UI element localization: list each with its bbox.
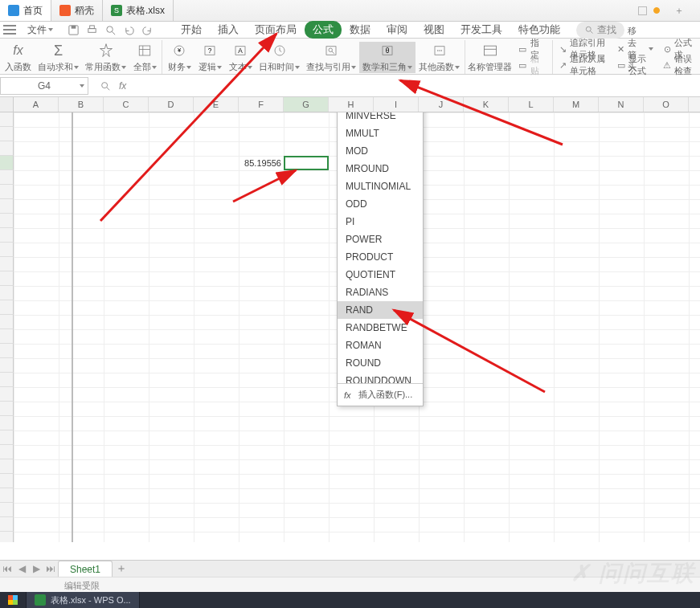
tab-start[interactable]: 开始: [173, 20, 210, 39]
fx-icon[interactable]: fx: [119, 80, 126, 92]
col-header[interactable]: O: [644, 97, 689, 112]
function-item[interactable]: MINVERSE: [338, 112, 423, 124]
trace-dependents-button[interactable]: ↗ 追踪从属单元格: [555, 57, 612, 73]
col-header[interactable]: H: [329, 97, 374, 112]
sheet-nav-first[interactable]: ⏮: [0, 563, 14, 574]
lookup-button[interactable]: 查找与引用: [303, 42, 359, 73]
function-item[interactable]: ROMAN: [338, 337, 423, 354]
restore-icon[interactable]: [638, 6, 647, 15]
col-header[interactable]: A: [14, 97, 59, 112]
row-header[interactable]: [0, 199, 14, 214]
paste-name-button[interactable]: ▭ 粘贴: [513, 57, 551, 73]
other-functions-button[interactable]: 其他函数: [415, 42, 463, 73]
preview-icon[interactable]: [104, 24, 117, 36]
col-header[interactable]: N: [599, 97, 644, 112]
function-item[interactable]: ROUND: [338, 354, 423, 372]
function-item[interactable]: MROUND: [338, 160, 423, 178]
row-header[interactable]: [0, 315, 14, 329]
function-item[interactable]: ROUNDDOWN: [338, 372, 423, 383]
function-item[interactable]: RAND: [338, 301, 423, 319]
row-header[interactable]: [0, 271, 14, 286]
all-functions-button[interactable]: 全部: [129, 42, 160, 73]
cancel-icon[interactable]: [100, 80, 111, 92]
col-header[interactable]: E: [194, 97, 239, 112]
tab-view[interactable]: 视图: [415, 20, 452, 39]
row-header[interactable]: [0, 517, 14, 532]
function-item[interactable]: MOD: [338, 142, 423, 160]
save-icon[interactable]: [68, 24, 80, 36]
tab-insert[interactable]: 插入: [210, 20, 247, 39]
tab-layout[interactable]: 页面布局: [247, 20, 305, 39]
row-header[interactable]: [0, 358, 14, 373]
tab-docer[interactable]: 稻壳: [51, 0, 103, 21]
name-box[interactable]: G4: [0, 77, 88, 95]
row-header[interactable]: [0, 503, 14, 517]
row-header[interactable]: [0, 214, 14, 228]
insert-function-button[interactable]: fx 入函数: [2, 42, 35, 73]
print-icon[interactable]: [86, 24, 98, 36]
sheet-nav-prev[interactable]: ◀: [14, 563, 29, 574]
row-header[interactable]: [0, 344, 14, 358]
col-header[interactable]: G: [284, 97, 329, 112]
tab-workbook[interactable]: S 表格.xlsx: [103, 0, 174, 21]
notification-dot[interactable]: [653, 7, 660, 14]
text-button[interactable]: A 文本: [225, 42, 256, 73]
function-item[interactable]: MMULT: [338, 124, 423, 142]
tab-data[interactable]: 数据: [342, 20, 379, 39]
row-header[interactable]: [0, 228, 14, 243]
start-button[interactable]: [0, 592, 27, 608]
tab-review[interactable]: 审阅: [379, 20, 415, 39]
active-cell[interactable]: [284, 156, 329, 170]
row-header[interactable]: [0, 286, 14, 300]
row-header[interactable]: [0, 257, 14, 271]
row-header[interactable]: [0, 532, 14, 542]
row-header[interactable]: [0, 402, 14, 416]
function-item[interactable]: RADIANS: [338, 284, 423, 301]
col-header[interactable]: I: [374, 97, 419, 112]
function-item[interactable]: PI: [338, 213, 423, 231]
col-header[interactable]: K: [464, 97, 509, 112]
col-header[interactable]: B: [59, 97, 104, 112]
row-header[interactable]: [0, 329, 14, 344]
row-header[interactable]: [0, 416, 14, 430]
undo-icon[interactable]: [123, 24, 135, 36]
logic-button[interactable]: ? 逻辑: [194, 42, 225, 73]
row-header[interactable]: [0, 127, 14, 141]
col-header[interactable]: J: [419, 97, 464, 112]
row-header[interactable]: [0, 112, 14, 127]
tab-home[interactable]: 首页: [0, 0, 51, 21]
error-check-button[interactable]: ⚠ 错误检查: [658, 57, 698, 73]
spreadsheet-grid[interactable]: 85.19556 MAXIFSMDETERMMINIFSMINVERSEMMUL…: [0, 112, 700, 542]
col-header[interactable]: M: [554, 97, 599, 112]
add-sheet-button[interactable]: ＋: [113, 561, 130, 576]
function-list[interactable]: MAXIFSMDETERMMINIFSMINVERSEMMULTMODMROUN…: [338, 112, 423, 383]
col-header[interactable]: L: [509, 97, 554, 112]
row-header[interactable]: [0, 170, 14, 185]
show-formulas-button[interactable]: ▭ 显示公式: [612, 57, 658, 73]
row-header[interactable]: [0, 445, 14, 459]
redo-icon[interactable]: [141, 24, 154, 36]
file-menu[interactable]: 文件: [23, 23, 58, 37]
function-item[interactable]: RANDBETWE: [338, 319, 423, 337]
row-header[interactable]: [0, 387, 14, 402]
row-header[interactable]: [0, 141, 14, 156]
select-all-corner[interactable]: [0, 97, 14, 112]
row-header[interactable]: [0, 488, 14, 503]
function-item[interactable]: PRODUCT: [338, 248, 423, 266]
col-header[interactable]: C: [104, 97, 149, 112]
datetime-button[interactable]: 日和时间: [256, 42, 303, 73]
row-header[interactable]: [0, 474, 14, 488]
new-tab-button[interactable]: ＋: [666, 4, 692, 18]
row-header[interactable]: [0, 156, 14, 170]
cell-f4[interactable]: 85.19556: [194, 156, 284, 170]
function-item[interactable]: QUOTIENT: [338, 266, 423, 284]
col-header[interactable]: F: [239, 97, 284, 112]
insert-function-footer[interactable]: fx 插入函数(F)...: [338, 383, 423, 406]
function-item[interactable]: ODD: [338, 195, 423, 213]
row-header[interactable]: [0, 459, 14, 474]
row-header[interactable]: [0, 300, 14, 315]
row-header[interactable]: [0, 185, 14, 199]
tab-developer[interactable]: 开发工具: [452, 20, 510, 39]
sheet-tab[interactable]: Sheet1: [58, 561, 113, 577]
math-trig-button[interactable]: θ 数学和三角: [359, 42, 415, 73]
